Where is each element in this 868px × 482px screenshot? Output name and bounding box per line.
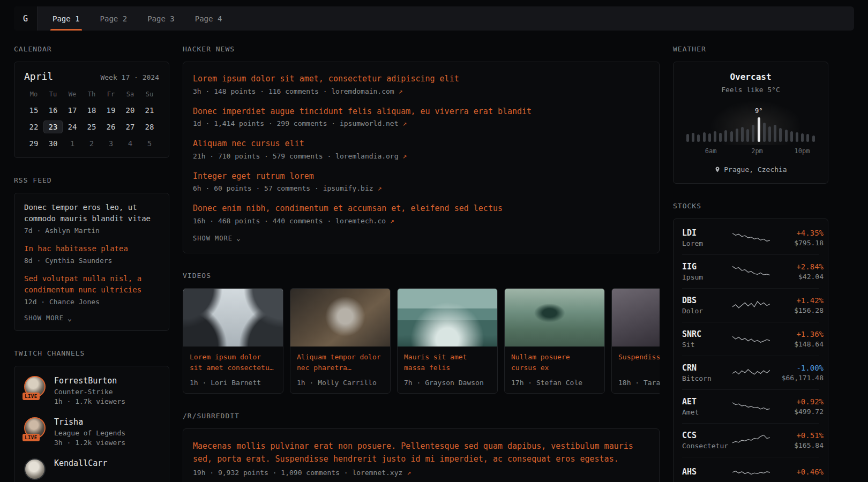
- stock-values: +4.35% $795.18: [775, 229, 824, 247]
- video-meta: 17h · Stefan Cole: [505, 374, 604, 393]
- video-title[interactable]: Nullam posuere cursus ex: [505, 347, 604, 374]
- stock-sparkline: [732, 297, 770, 313]
- hn-item-title[interactable]: Donec enim nibh, condimentum et accumsan…: [193, 202, 649, 215]
- right-column: WEATHER Overcast Feels like 5°C 9° 6am 2…: [673, 45, 828, 482]
- subreddit-post-domain: loremnet.xyz: [352, 469, 402, 477]
- stocks-section-title: STOCKS: [673, 202, 828, 210]
- external-link-icon: ↗: [402, 119, 407, 127]
- video-card[interactable]: Suspendisse diam 18h · Tara: [611, 288, 660, 394]
- hn-item-domain-link[interactable]: loremlandia.org ↗: [335, 152, 407, 160]
- calendar-day-next-month: 2: [82, 137, 101, 150]
- rss-item-title[interactable]: In hac habitasse platea: [24, 243, 159, 254]
- video-thumbnail: [505, 289, 604, 347]
- app-logo[interactable]: G: [14, 6, 38, 31]
- stock-name: Dolor: [682, 307, 727, 315]
- weather-bar: [697, 134, 700, 142]
- hn-show-more-button[interactable]: SHOW MORE ⌄: [193, 235, 241, 242]
- tab-page-4[interactable]: Page 4: [193, 6, 225, 31]
- stock-row[interactable]: CRN Bitcorn -1.00% $66,171.48: [682, 356, 819, 389]
- hn-item-domain-link[interactable]: ipsumworld.net ↗: [340, 119, 407, 127]
- hn-item-domain-link[interactable]: loremtech.co ↗: [335, 217, 394, 225]
- hn-item-title[interactable]: Integer eget rutrum lorem: [193, 170, 649, 183]
- stock-sparkline: [732, 432, 770, 448]
- video-card[interactable]: Nullam posuere cursus ex 17h · Stefan Co…: [504, 288, 605, 394]
- video-title[interactable]: Suspendisse diam: [612, 347, 660, 374]
- calendar-day: 27: [121, 120, 140, 133]
- tab-page-1[interactable]: Page 1: [50, 6, 82, 31]
- video-card[interactable]: Lorem ipsum dolor sit amet consectetu… 1…: [183, 288, 283, 394]
- hn-item-title[interactable]: Donec imperdiet augue tincidunt felis al…: [193, 106, 649, 118]
- stock-price: $42.04: [775, 273, 824, 281]
- stock-id: LDI Lorem: [682, 228, 727, 247]
- stock-row[interactable]: DBS Dolor +1.42% $156.28: [682, 288, 819, 322]
- videos-row: Lorem ipsum dolor sit amet consectetu… 1…: [183, 288, 660, 394]
- video-title[interactable]: Mauris sit amet massa felis: [398, 347, 497, 374]
- hn-item-meta: 16h · 468 points · 440 comments · loremt…: [193, 217, 649, 225]
- tab-page-2[interactable]: Page 2: [98, 6, 130, 31]
- hn-item: Aliquam nec cursus elit 21h · 710 points…: [193, 138, 649, 160]
- stock-values: +2.84% $42.04: [775, 262, 824, 281]
- hn-item-title[interactable]: Aliquam nec cursus elit: [193, 138, 649, 150]
- stock-symbol: LDI: [682, 228, 727, 238]
- stock-row[interactable]: IIG Ipsum +2.84% $42.04: [682, 254, 819, 288]
- rss-item-meta: 7d · Ashlyn Martin: [24, 227, 159, 235]
- twitch-channel[interactable]: KendallCarr: [24, 458, 159, 480]
- weather-section-title: WEATHER: [673, 45, 828, 53]
- video-title[interactable]: Lorem ipsum dolor sit amet consectetu…: [183, 347, 283, 374]
- stock-change: +0.92%: [775, 397, 824, 406]
- calendar-day: 28: [140, 120, 159, 133]
- stock-price: $795.18: [775, 239, 824, 247]
- subreddit-post-title[interactable]: Maecenas mollis pulvinar erat non posuer…: [193, 440, 649, 465]
- twitch-widget: LIVE ForrestBurton Counter-Strike 1h · 1…: [14, 366, 169, 482]
- hn-item-domain: ipsumify.biz: [323, 184, 373, 192]
- hn-item-domain: loremtech.co: [335, 217, 386, 225]
- stock-change: +1.36%: [775, 330, 824, 338]
- subreddit-post-meta-text: 19h · 9,932 points · 1,090 comments ·: [193, 469, 352, 477]
- live-badge: LIVE: [23, 393, 40, 400]
- twitch-channel[interactable]: LIVE Trisha League of Legends 3h · 1.2k …: [24, 417, 159, 447]
- stock-symbol: IIG: [682, 262, 727, 272]
- rss-item-title[interactable]: Sed volutpat nulla nisl, a condimentum n…: [24, 273, 159, 296]
- top-bar: G Page 1 Page 2 Page 3 Page 4: [14, 6, 854, 31]
- stock-values: +0.92% $499.72: [775, 397, 824, 416]
- hn-item-meta-text: 21h · 710 points · 579 comments ·: [193, 152, 335, 160]
- video-meta: 18h · Tara: [612, 374, 660, 393]
- hn-item-domain-link[interactable]: ipsumify.biz ↗: [323, 184, 382, 192]
- rss-item-meta: 12d · Chance Jones: [24, 298, 159, 306]
- calendar-day-next-month: 3: [101, 137, 121, 150]
- hn-show-more-label: SHOW MORE: [193, 235, 233, 242]
- stock-row[interactable]: AHS +0.46%: [682, 457, 819, 482]
- stock-row[interactable]: LDI Lorem +4.35% $795.18: [682, 221, 819, 254]
- weather-temp-label: 9°: [755, 107, 762, 115]
- rss-section-title: RSS FEED: [14, 176, 169, 184]
- calendar-dow: Su: [140, 91, 159, 100]
- stock-name: Amet: [682, 408, 727, 416]
- video-card[interactable]: Aliquam tempor dolor nec pharetra… 1h · …: [290, 288, 391, 394]
- calendar-dow: Mo: [24, 91, 43, 100]
- calendar-day: 24: [63, 120, 82, 133]
- stock-row[interactable]: CCS Consectetur +0.51% $165.84: [682, 423, 819, 457]
- twitch-avatar-wrap: LIVE: [24, 376, 47, 397]
- rss-item-title[interactable]: Donec tempor eros leo, ut commodo mauris…: [24, 202, 159, 224]
- avatar: [24, 458, 46, 480]
- video-card[interactable]: Mauris sit amet massa felis 7h · Grayson…: [397, 288, 498, 394]
- tab-page-3[interactable]: Page 3: [145, 6, 177, 31]
- subreddit-post-domain-link[interactable]: loremnet.xyz ↗: [352, 469, 411, 477]
- twitch-channel[interactable]: LIVE ForrestBurton Counter-Strike 1h · 1…: [24, 376, 159, 405]
- video-meta: 1h · Molly Carrillo: [290, 374, 390, 393]
- video-title[interactable]: Aliquam tempor dolor nec pharetra…: [290, 347, 390, 374]
- rss-show-more-button[interactable]: SHOW MORE ⌄: [24, 314, 72, 322]
- weather-bar: [746, 129, 749, 142]
- weather-time-axis: 6am 2pm 10pm: [686, 147, 815, 156]
- hn-item-domain: loremdomain.com: [331, 87, 394, 95]
- hn-item-meta-text: 1d · 1,414 points · 299 comments ·: [193, 119, 340, 127]
- twitch-channel-game: Counter-Strike: [54, 388, 125, 396]
- stock-row[interactable]: SNRC Sit +1.36% $148.64: [682, 322, 819, 356]
- stock-row[interactable]: AET Amet +0.92% $499.72: [682, 389, 819, 423]
- video-thumbnail: [183, 289, 283, 347]
- subreddit-widget: Maecenas mollis pulvinar erat non posuer…: [183, 428, 660, 482]
- hn-item-title[interactable]: Lorem ipsum dolor sit amet, consectetur …: [193, 73, 649, 85]
- stocks-section: STOCKS LDI Lorem +4.35% $795.18 IIG: [673, 202, 828, 482]
- hn-item-domain-link[interactable]: loremdomain.com ↗: [331, 87, 402, 95]
- rss-item-meta: 8d · Cynthia Saunders: [24, 257, 159, 265]
